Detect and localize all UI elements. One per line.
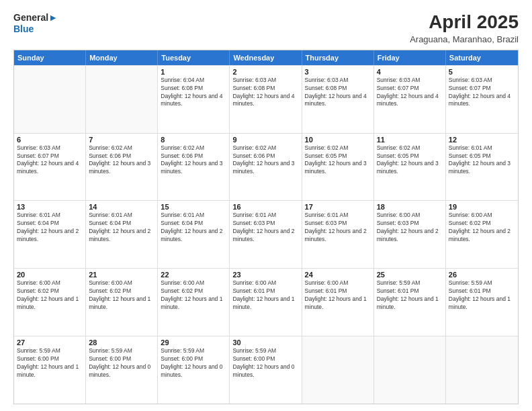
day-9: 9 Sunrise: 6:02 AMSunset: 6:06 PMDayligh… [230, 134, 302, 201]
month-title: April 2025 [410, 12, 519, 33]
day-number: 22 [161, 271, 226, 279]
day-number: 10 [305, 136, 371, 144]
cell-detail: Sunrise: 5:59 AMSunset: 6:00 PMDaylight:… [232, 347, 298, 379]
empty-cell-0-1 [86, 66, 158, 133]
day-number: 14 [89, 203, 154, 211]
day-3: 3 Sunrise: 6:03 AMSunset: 6:08 PMDayligh… [302, 66, 374, 133]
day-24: 24 Sunrise: 6:00 AMSunset: 6:01 PMDaylig… [302, 269, 374, 336]
empty-cell-4-4 [302, 336, 374, 404]
cell-detail: Sunrise: 6:00 AMSunset: 6:03 PMDaylight:… [377, 212, 443, 244]
day-number: 30 [232, 338, 298, 347]
day-7: 7 Sunrise: 6:02 AMSunset: 6:06 PMDayligh… [86, 134, 158, 201]
header: General► Blue April 2025 Araguana, Maran… [13, 12, 519, 44]
cell-detail: Sunrise: 6:02 AMSunset: 6:05 PMDaylight:… [377, 144, 443, 177]
day-number: 17 [305, 203, 371, 211]
day-number: 5 [449, 68, 515, 76]
day-number: 12 [449, 136, 515, 144]
week-row-1: 1 Sunrise: 6:04 AMSunset: 6:08 PMDayligh… [14, 65, 518, 133]
day-15: 15 Sunrise: 6:01 AMSunset: 6:04 PMDaylig… [158, 201, 230, 268]
cell-detail: Sunrise: 6:00 AMSunset: 6:02 PMDaylight:… [89, 279, 154, 312]
calendar-header: SundayMondayTuesdayWednesdayThursdayFrid… [14, 50, 518, 65]
day-number: 1 [161, 68, 226, 76]
cell-detail: Sunrise: 6:01 AMSunset: 6:04 PMDaylight:… [161, 212, 226, 244]
day-1: 1 Sunrise: 6:04 AMSunset: 6:08 PMDayligh… [158, 66, 230, 133]
day-19: 19 Sunrise: 6:00 AMSunset: 6:02 PMDaylig… [446, 201, 518, 268]
header-day-monday: Monday [86, 50, 158, 65]
day-26: 26 Sunrise: 5:59 AMSunset: 6:01 PMDaylig… [446, 269, 518, 336]
cell-detail: Sunrise: 5:59 AMSunset: 6:01 PMDaylight:… [377, 279, 443, 312]
day-number: 8 [161, 136, 226, 144]
day-number: 19 [449, 203, 515, 211]
day-30: 30 Sunrise: 5:59 AMSunset: 6:00 PMDaylig… [230, 336, 302, 404]
page: General► Blue April 2025 Araguana, Maran… [0, 0, 532, 411]
logo-general: General► [13, 12, 58, 24]
cell-detail: Sunrise: 6:03 AMSunset: 6:08 PMDaylight:… [305, 77, 371, 109]
cell-detail: Sunrise: 6:04 AMSunset: 6:08 PMDaylight:… [161, 77, 226, 109]
logo: General► Blue [13, 12, 58, 35]
cell-detail: Sunrise: 6:01 AMSunset: 6:04 PMDaylight:… [89, 212, 154, 244]
day-number: 21 [89, 271, 154, 279]
calendar-body: 1 Sunrise: 6:04 AMSunset: 6:08 PMDayligh… [14, 65, 518, 404]
cell-detail: Sunrise: 6:02 AMSunset: 6:06 PMDaylight:… [161, 144, 226, 177]
title-block: April 2025 Araguana, Maranhao, Brazil [410, 12, 519, 44]
empty-cell-4-6 [446, 336, 518, 404]
day-14: 14 Sunrise: 6:01 AMSunset: 6:04 PMDaylig… [86, 201, 158, 268]
day-number: 15 [161, 203, 226, 211]
day-13: 13 Sunrise: 6:01 AMSunset: 6:04 PMDaylig… [14, 201, 86, 268]
cell-detail: Sunrise: 6:01 AMSunset: 6:05 PMDaylight:… [449, 144, 515, 177]
day-12: 12 Sunrise: 6:01 AMSunset: 6:05 PMDaylig… [446, 134, 518, 201]
cell-detail: Sunrise: 5:59 AMSunset: 6:01 PMDaylight:… [449, 279, 515, 312]
cell-detail: Sunrise: 6:00 AMSunset: 6:02 PMDaylight:… [161, 279, 226, 312]
week-row-2: 6 Sunrise: 6:03 AMSunset: 6:07 PMDayligh… [14, 133, 518, 201]
day-21: 21 Sunrise: 6:00 AMSunset: 6:02 PMDaylig… [86, 269, 158, 336]
cell-detail: Sunrise: 5:59 AMSunset: 6:00 PMDaylight:… [161, 347, 226, 379]
day-20: 20 Sunrise: 6:00 AMSunset: 6:02 PMDaylig… [14, 269, 86, 336]
day-number: 28 [89, 338, 154, 347]
cell-detail: Sunrise: 6:03 AMSunset: 6:08 PMDaylight:… [232, 77, 298, 109]
day-number: 9 [232, 136, 298, 144]
cell-detail: Sunrise: 6:02 AMSunset: 6:06 PMDaylight:… [89, 144, 154, 177]
calendar: SundayMondayTuesdayWednesdayThursdayFrid… [13, 50, 519, 404]
cell-detail: Sunrise: 6:00 AMSunset: 6:02 PMDaylight:… [17, 279, 83, 312]
day-22: 22 Sunrise: 6:00 AMSunset: 6:02 PMDaylig… [158, 269, 230, 336]
cell-detail: Sunrise: 6:01 AMSunset: 6:03 PMDaylight:… [305, 212, 371, 244]
day-number: 23 [232, 271, 298, 279]
day-number: 29 [161, 338, 226, 347]
day-16: 16 Sunrise: 6:01 AMSunset: 6:03 PMDaylig… [230, 201, 302, 268]
day-17: 17 Sunrise: 6:01 AMSunset: 6:03 PMDaylig… [302, 201, 374, 268]
day-number: 16 [232, 203, 298, 211]
day-number: 26 [449, 271, 515, 279]
day-number: 6 [17, 136, 83, 144]
day-28: 28 Sunrise: 5:59 AMSunset: 6:00 PMDaylig… [86, 336, 158, 404]
day-11: 11 Sunrise: 6:02 AMSunset: 6:05 PMDaylig… [374, 134, 446, 201]
empty-cell-0-0 [14, 66, 86, 133]
day-number: 11 [377, 136, 443, 144]
day-5: 5 Sunrise: 6:03 AMSunset: 6:07 PMDayligh… [446, 66, 518, 133]
day-number: 3 [305, 68, 371, 76]
day-6: 6 Sunrise: 6:03 AMSunset: 6:07 PMDayligh… [14, 134, 86, 201]
header-day-sunday: Sunday [14, 50, 86, 65]
day-4: 4 Sunrise: 6:03 AMSunset: 6:07 PMDayligh… [374, 66, 446, 133]
logo-blue: Blue [13, 24, 58, 35]
day-number: 25 [377, 271, 443, 279]
week-row-5: 27 Sunrise: 5:59 AMSunset: 6:00 PMDaylig… [14, 336, 518, 404]
cell-detail: Sunrise: 6:03 AMSunset: 6:07 PMDaylight:… [449, 77, 515, 109]
day-18: 18 Sunrise: 6:00 AMSunset: 6:03 PMDaylig… [374, 201, 446, 268]
day-number: 24 [305, 271, 371, 279]
header-day-wednesday: Wednesday [230, 50, 302, 65]
cell-detail: Sunrise: 6:00 AMSunset: 6:02 PMDaylight:… [449, 212, 515, 244]
day-number: 7 [89, 136, 154, 144]
day-8: 8 Sunrise: 6:02 AMSunset: 6:06 PMDayligh… [158, 134, 230, 201]
header-day-tuesday: Tuesday [158, 50, 230, 65]
cell-detail: Sunrise: 6:02 AMSunset: 6:06 PMDaylight:… [232, 144, 298, 177]
header-day-thursday: Thursday [302, 50, 374, 65]
day-number: 2 [232, 68, 298, 76]
day-number: 18 [377, 203, 443, 211]
location: Araguana, Maranhao, Brazil [410, 34, 519, 44]
week-row-4: 20 Sunrise: 6:00 AMSunset: 6:02 PMDaylig… [14, 268, 518, 336]
day-23: 23 Sunrise: 6:00 AMSunset: 6:01 PMDaylig… [230, 269, 302, 336]
day-number: 13 [17, 203, 83, 211]
day-25: 25 Sunrise: 5:59 AMSunset: 6:01 PMDaylig… [374, 269, 446, 336]
day-2: 2 Sunrise: 6:03 AMSunset: 6:08 PMDayligh… [230, 66, 302, 133]
cell-detail: Sunrise: 6:01 AMSunset: 6:04 PMDaylight:… [17, 212, 83, 244]
